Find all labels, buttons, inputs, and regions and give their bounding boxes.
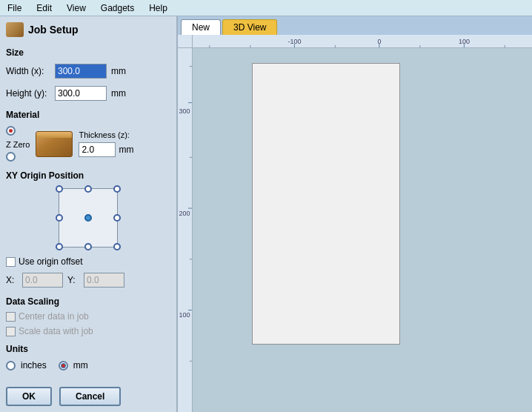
offset-xy-row: X: Y: xyxy=(6,273,170,288)
height-label: Height (y): xyxy=(6,88,50,99)
tab-new-label: New xyxy=(192,22,210,33)
width-label: Width (x): xyxy=(6,66,50,76)
width-input[interactable] xyxy=(55,64,107,79)
ruler-corner xyxy=(178,35,193,48)
size-section-title: Size xyxy=(6,47,170,58)
menu-file[interactable]: File xyxy=(3,1,26,15)
width-row: Width (x): mm xyxy=(6,64,170,79)
origin-grid-container xyxy=(55,185,122,252)
origin-dot-tm[interactable] xyxy=(84,185,92,193)
origin-offset-label: Use origin offset xyxy=(19,256,83,267)
scale-data-label: Scale data with job xyxy=(19,326,93,336)
width-unit: mm xyxy=(111,66,126,76)
thickness-input[interactable] xyxy=(79,142,116,157)
origin-dot-tr[interactable] xyxy=(113,185,121,193)
inches-radio[interactable] xyxy=(6,361,16,371)
thickness-group: Thickness (z): mm xyxy=(79,130,133,157)
thickness-unit: mm xyxy=(119,144,133,155)
z-zero-bottom-row xyxy=(6,152,30,162)
origin-offset-row: Use origin offset xyxy=(6,256,170,267)
inches-label: inches xyxy=(21,360,47,371)
panel-title: Job Setup xyxy=(6,22,170,37)
ok-button[interactable]: OK xyxy=(6,387,52,406)
scale-data-row: Scale data with job xyxy=(6,326,170,336)
height-unit: mm xyxy=(111,88,126,99)
main-container: Job Setup Size Width (x): mm Height (y):… xyxy=(0,16,532,412)
origin-dot-bl[interactable] xyxy=(56,243,63,250)
mm-radio[interactable] xyxy=(59,361,68,371)
height-row: Height (y): mm xyxy=(6,86,170,101)
tab-3d-view[interactable]: 3D View xyxy=(222,19,277,35)
left-panel: Job Setup Size Width (x): mm Height (y):… xyxy=(0,16,178,412)
thickness-label: Thickness (z): xyxy=(79,130,133,139)
ruler-top-svg: -100 0 100 xyxy=(193,35,532,48)
z-zero-group: Z Zero xyxy=(6,126,30,162)
menu-help[interactable]: Help xyxy=(144,1,172,15)
tabs-bar: New 3D View xyxy=(178,16,532,35)
svg-text:200: 200 xyxy=(179,210,190,217)
menu-edit[interactable]: Edit xyxy=(32,1,56,15)
menu-gadgets[interactable]: Gadgets xyxy=(96,1,139,15)
data-scaling-title: Data Scaling xyxy=(6,296,170,307)
panel-title-text: Job Setup xyxy=(28,24,79,36)
origin-dot-mr[interactable] xyxy=(113,214,121,222)
units-row: inches mm xyxy=(6,360,170,371)
z-zero-radio-bottom[interactable] xyxy=(6,152,16,162)
ruler-left-svg: 300 200 100 xyxy=(178,48,193,412)
ruler-left: 300 200 100 xyxy=(178,48,193,412)
origin-dot-ml[interactable] xyxy=(56,214,63,222)
thickness-row: mm xyxy=(79,142,133,157)
canvas-content xyxy=(193,48,532,412)
menubar: File Edit View Gadgets Help xyxy=(0,0,532,16)
xy-origin-title: XY Origin Position xyxy=(6,170,170,181)
center-data-label: Center data in job xyxy=(19,311,89,322)
z-zero-row xyxy=(6,126,30,136)
material-section-title: Material xyxy=(6,110,170,120)
offset-x-input[interactable] xyxy=(22,273,63,288)
menu-view[interactable]: View xyxy=(62,1,90,15)
svg-text:300: 300 xyxy=(179,107,190,115)
z-zero-radio-top[interactable] xyxy=(6,126,16,136)
origin-dot-bm[interactable] xyxy=(84,243,92,250)
offset-y-input[interactable] xyxy=(84,273,124,288)
work-area xyxy=(252,63,400,345)
right-panel: New 3D View -100 0 100 xyxy=(178,16,532,412)
origin-dot-center[interactable] xyxy=(84,214,92,222)
button-row: OK Cancel xyxy=(6,381,170,406)
origin-dot-br[interactable] xyxy=(113,243,121,250)
center-data-row: Center data in job xyxy=(6,311,170,322)
origin-grid xyxy=(59,188,118,247)
inches-radio-row: inches xyxy=(6,360,47,371)
offset-x-label: X: xyxy=(6,275,18,285)
scale-data-checkbox[interactable] xyxy=(6,327,16,336)
job-setup-icon xyxy=(6,22,24,37)
material-icon xyxy=(36,131,73,157)
svg-text:100: 100 xyxy=(179,311,190,319)
tab-new[interactable]: New xyxy=(181,19,221,35)
mm-label: mm xyxy=(73,360,88,371)
center-data-checkbox[interactable] xyxy=(6,312,16,322)
offset-y-label: Y: xyxy=(67,275,79,285)
origin-offset-checkbox[interactable] xyxy=(6,257,16,267)
height-input[interactable] xyxy=(55,86,107,101)
z-zero-label: Z Zero xyxy=(6,140,30,149)
ruler-top: -100 0 100 xyxy=(193,35,532,48)
tab-3d-view-label: 3D View xyxy=(233,22,266,33)
canvas-area: -100 0 100 300 xyxy=(178,35,532,412)
cancel-button[interactable]: Cancel xyxy=(59,387,121,406)
material-section: Z Zero Thickness (z): mm xyxy=(6,126,170,162)
units-title: Units xyxy=(6,344,170,354)
mm-radio-row: mm xyxy=(59,360,88,371)
origin-dot-tl[interactable] xyxy=(56,185,63,193)
